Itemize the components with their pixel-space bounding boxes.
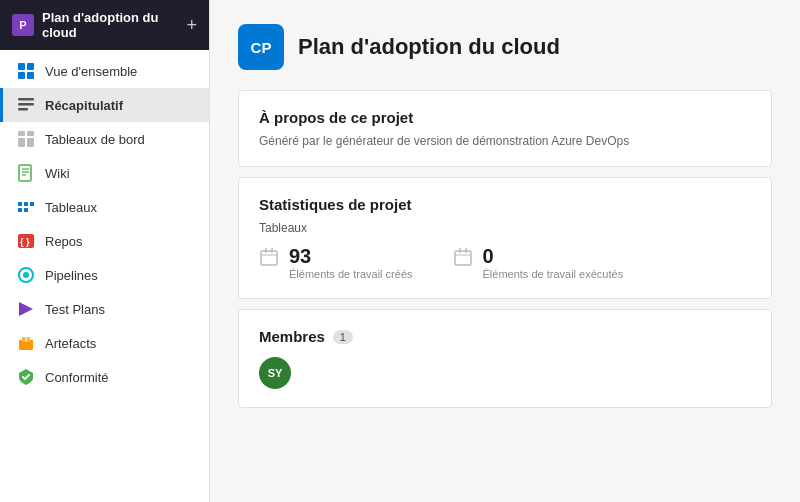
stats-row: 93 Éléments de travail créés [259,245,751,280]
sidebar-project-title: Plan d'adoption du cloud [42,10,178,40]
svg-rect-17 [30,202,34,206]
svg-rect-18 [18,208,22,212]
stat-executed-desc: Éléments de travail exécutés [483,268,624,280]
sidebar-item-pipelines[interactable]: Pipelines [0,258,209,292]
test-plans-icon [17,300,35,318]
stat-executed-number: 0 [483,245,624,267]
svg-rect-15 [18,202,22,206]
add-project-button[interactable]: + [186,16,197,34]
svg-text:{ }: { } [20,237,30,247]
sidebar: P Plan d'adoption du cloud + Vue d'ensem… [0,0,210,502]
sidebar-item-label: Pipelines [45,268,98,283]
conformite-icon [17,368,35,386]
svg-rect-19 [24,208,28,212]
members-header: Membres 1 [259,328,751,345]
stat-created-number: 93 [289,245,413,267]
svg-rect-3 [27,72,34,79]
sidebar-nav: Vue d'ensemble Récapitulatif [0,50,209,502]
sidebar-header: P Plan d'adoption du cloud + [0,0,209,50]
about-title: À propos de ce projet [259,109,751,126]
svg-rect-1 [27,63,34,70]
project-header: CP Plan d'adoption du cloud [238,24,772,70]
overview-icon [17,62,35,80]
sidebar-item-tableaux[interactable]: Tableaux [0,190,209,224]
svg-rect-28 [261,251,277,265]
stat-created-desc: Éléments de travail créés [289,268,413,280]
stats-category: Tableaux [259,221,751,235]
sidebar-item-vue-ensemble[interactable]: Vue d'ensemble [0,54,209,88]
tableaux-icon [17,198,35,216]
stats-title: Statistiques de projet [259,196,751,213]
sidebar-item-label: Conformité [45,370,109,385]
members-card: Membres 1 SY [238,309,772,408]
svg-rect-8 [27,131,34,136]
sidebar-item-tableaux-de-bord[interactable]: Tableaux de bord [0,122,209,156]
sidebar-item-artefacts[interactable]: Artefacts [0,326,209,360]
main-content: CP Plan d'adoption du cloud À propos de … [210,0,800,502]
svg-rect-7 [18,131,25,136]
sidebar-item-conformite[interactable]: Conformité [0,360,209,394]
stat-item-executed: 0 Éléments de travail exécutés [453,245,624,280]
svg-rect-32 [455,251,471,265]
member-avatar-sy[interactable]: SY [259,357,291,389]
svg-rect-10 [27,138,34,147]
members-list: SY [259,357,751,389]
project-title: Plan d'adoption du cloud [298,34,560,60]
sidebar-item-label: Repos [45,234,83,249]
svg-point-23 [23,272,29,278]
svg-rect-5 [18,103,34,106]
sidebar-item-label: Wiki [45,166,70,181]
dashboard-icon [17,130,35,148]
recap-icon [17,96,35,114]
svg-marker-24 [19,302,33,316]
stats-card: Statistiques de projet Tableaux 93 [238,177,772,299]
svg-rect-4 [18,98,34,101]
repos-icon: { } [17,232,35,250]
stat-executed-icon [453,248,473,268]
sidebar-item-recapitulatif[interactable]: Récapitulatif [0,88,209,122]
svg-rect-2 [18,72,25,79]
member-initials: SY [268,367,283,379]
project-avatar: CP [238,24,284,70]
pipelines-icon [17,266,35,284]
artefacts-icon [17,334,35,352]
sidebar-item-test-plans[interactable]: Test Plans [0,292,209,326]
svg-rect-0 [18,63,25,70]
about-card: À propos de ce projet Généré par le géné… [238,90,772,167]
svg-rect-9 [18,138,25,147]
svg-rect-16 [24,202,28,206]
project-icon: P [12,14,34,36]
sidebar-item-label: Tableaux de bord [45,132,145,147]
sidebar-item-label: Test Plans [45,302,105,317]
sidebar-item-label: Tableaux [45,200,97,215]
wiki-icon [17,164,35,182]
svg-rect-6 [18,108,28,111]
sidebar-item-wiki[interactable]: Wiki [0,156,209,190]
sidebar-item-label: Vue d'ensemble [45,64,137,79]
members-count: 1 [333,330,353,344]
svg-rect-11 [19,165,31,181]
members-title: Membres [259,328,325,345]
sidebar-item-label: Récapitulatif [45,98,123,113]
sidebar-item-label: Artefacts [45,336,96,351]
about-description: Généré par le générateur de version de d… [259,134,751,148]
sidebar-item-repos[interactable]: { } Repos [0,224,209,258]
stat-item-created: 93 Éléments de travail créés [259,245,413,280]
stat-created-icon [259,248,279,268]
